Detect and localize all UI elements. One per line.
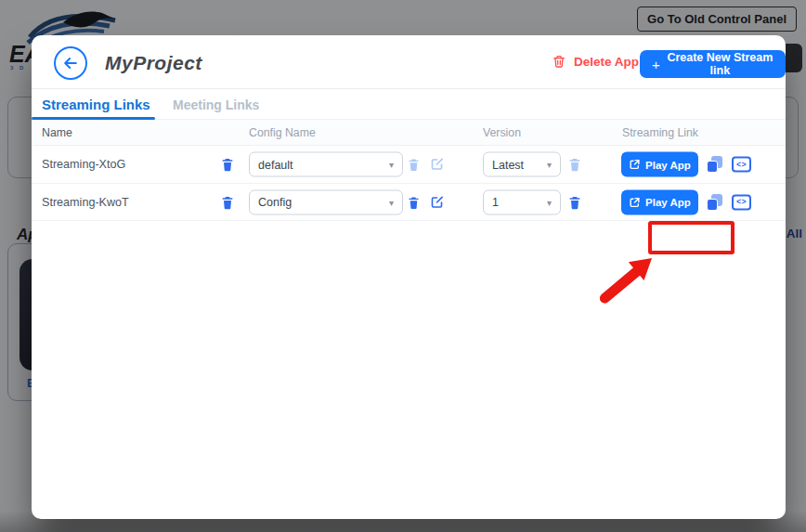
copy-icon	[707, 156, 722, 173]
stream-name: Streaming-KwoT	[42, 196, 129, 209]
version-select[interactable]: 1 ▾	[483, 189, 561, 214]
page-title: MyProject	[105, 52, 202, 74]
column-header-version: Version	[483, 126, 521, 139]
trash-outline-icon	[552, 54, 566, 69]
edit-config-button[interactable]	[430, 195, 444, 209]
plus-icon: +	[652, 57, 660, 72]
embed-code-button[interactable]: <>	[732, 157, 751, 173]
column-header-name: Name	[42, 126, 72, 139]
trash-icon	[220, 157, 235, 173]
code-embed-icon: <>	[732, 194, 751, 210]
external-link-icon	[629, 196, 641, 208]
chevron-down-icon: ▾	[540, 197, 552, 207]
table-row: Streaming-XtoG default ▾	[32, 146, 786, 184]
config-name-value: Config	[258, 196, 292, 209]
version-select[interactable]: Latest ▾	[483, 152, 561, 177]
config-name-value: default	[258, 158, 293, 171]
chevron-down-icon: ▾	[382, 160, 394, 170]
create-new-stream-link-label: Create New Stream link	[667, 51, 774, 77]
trash-icon	[220, 194, 235, 210]
play-app-button[interactable]: Play App	[621, 152, 698, 177]
config-name-select[interactable]: Config ▾	[249, 189, 403, 214]
delete-config-button[interactable]	[407, 195, 421, 210]
delete-stream-button[interactable]	[220, 157, 235, 173]
column-header-streaming-link: Streaming Link	[622, 126, 698, 139]
annotation-arrow-icon	[592, 249, 659, 310]
play-app-label: Play App	[645, 197, 691, 208]
project-modal: MyProject Delete App + Create New Stream…	[32, 35, 786, 519]
header-divider	[32, 88, 786, 89]
play-app-button[interactable]: Play App	[621, 189, 698, 214]
copy-link-button[interactable]	[707, 194, 722, 211]
table-header-row: Name Config Name Version Streaming Link	[32, 120, 786, 146]
chevron-down-icon: ▾	[382, 197, 394, 207]
delete-stream-button[interactable]	[220, 194, 235, 210]
edit-config-button[interactable]	[430, 158, 444, 172]
chevron-down-icon: ▾	[540, 160, 552, 170]
edit-icon	[430, 195, 444, 209]
code-embed-icon: <>	[732, 157, 751, 173]
table-row: Streaming-KwoT Config ▾	[32, 184, 786, 221]
config-name-select[interactable]: default ▾	[249, 152, 403, 177]
version-value: Latest	[492, 158, 524, 171]
version-value: 1	[492, 196, 499, 209]
create-new-stream-link-button[interactable]: + Create New Stream link	[640, 50, 786, 78]
delete-version-button[interactable]	[567, 157, 582, 173]
edit-icon	[430, 158, 444, 172]
copy-icon	[707, 194, 722, 211]
delete-config-button[interactable]	[407, 157, 421, 172]
delete-app-label: Delete App	[574, 55, 639, 69]
delete-app-button[interactable]: Delete App	[552, 54, 639, 69]
back-button[interactable]	[54, 46, 87, 80]
tab-meeting-links[interactable]: Meeting Links	[173, 97, 259, 112]
annotation-highlight-box	[648, 221, 734, 254]
arrow-left-icon	[61, 54, 80, 72]
trash-icon	[567, 194, 582, 210]
trash-icon	[407, 195, 421, 210]
delete-version-button[interactable]	[567, 194, 582, 210]
trash-icon	[407, 157, 421, 172]
external-link-icon	[629, 159, 641, 171]
copy-link-button[interactable]	[707, 156, 722, 173]
tab-streaming-links[interactable]: Streaming Links	[42, 97, 150, 112]
play-app-label: Play App	[645, 159, 691, 170]
embed-code-button[interactable]: <>	[732, 194, 751, 210]
trash-icon	[567, 157, 582, 173]
column-header-config-name: Config Name	[249, 126, 316, 139]
stream-name: Streaming-XtoG	[42, 158, 125, 171]
